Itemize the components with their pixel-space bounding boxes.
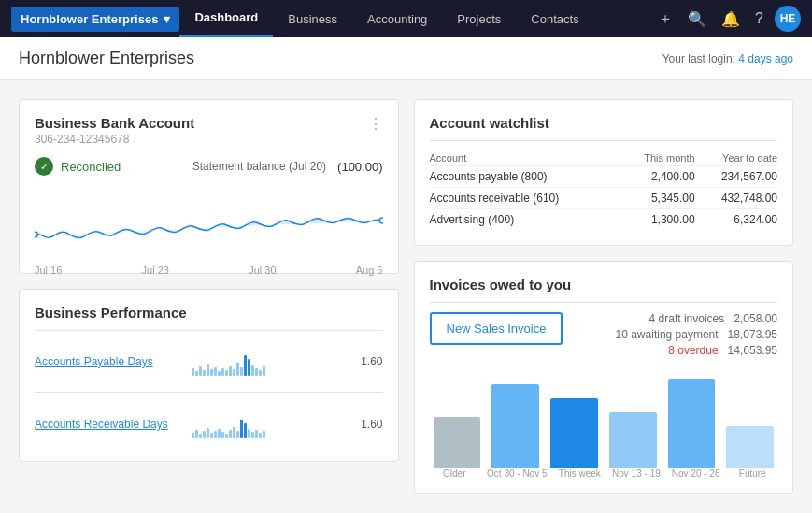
bank-account-card: Business Bank Account 306-234-12345678 ⋮… — [19, 99, 399, 274]
perf-label-payable[interactable]: Accounts Payable Days — [35, 355, 184, 368]
bar-label-oct30: Oct 30 - Nov 5 — [487, 468, 547, 478]
watchlist-ytd-3: 6,324.00 — [695, 209, 777, 231]
bar-oct30-fill — [491, 384, 539, 468]
invoice-stat-overdue: 8 overdue 14,653.95 — [577, 344, 777, 357]
nav-item-contacts[interactable]: Contacts — [516, 0, 593, 37]
help-icon[interactable]: ? — [751, 7, 767, 31]
plus-icon[interactable]: ＋ — [654, 6, 677, 33]
brand-button[interactable]: Hornblower Enterprises ▾ — [11, 7, 179, 32]
chart-label-2: Jul 23 — [142, 264, 169, 276]
bar-future — [726, 426, 774, 468]
stat-label-awaiting: 10 awaiting payment — [616, 328, 719, 341]
invoices-title: Invoices owed to you — [430, 277, 778, 292]
invoice-stats: 4 draft invoices 2,058.00 10 awaiting pa… — [577, 312, 777, 360]
bar-nov13 — [609, 412, 657, 468]
avatar[interactable]: HE — [775, 6, 801, 32]
svg-point-0 — [35, 232, 37, 237]
bar-nov20-fill — [668, 379, 716, 468]
watchlist-row-3: Advertising (400) 1,300.00 6,324.00 — [430, 209, 778, 231]
performance-title: Business Performance — [35, 305, 383, 321]
invoice-top: New Sales Invoice 4 draft invoices 2,058… — [430, 312, 778, 360]
reconciled-checkmark-icon: ✓ — [35, 157, 53, 176]
watchlist-table: Account This month Year to date Accounts… — [430, 150, 778, 230]
last-login-link[interactable]: 4 days ago — [738, 52, 793, 65]
watchlist-account-3: Advertising (400) — [430, 209, 620, 231]
bar-thisweek — [550, 398, 598, 468]
bar-nov13-fill — [609, 412, 657, 468]
perf-bars-payable — [192, 348, 348, 376]
invoices-bar-chart — [430, 375, 778, 468]
statement-label: Statement balance (Jul 20) — [192, 160, 326, 173]
bank-chart: Jul 16 Jul 23 Jul 30 Aug 6 — [35, 183, 383, 258]
bar-label-thisweek: This week — [559, 468, 602, 478]
bell-icon[interactable]: 🔔 — [718, 7, 744, 32]
brand-caret-icon: ▾ — [164, 12, 170, 26]
more-options-icon[interactable]: ⋮ — [368, 115, 383, 133]
perf-label-receivable[interactable]: Accounts Receivable Days — [35, 418, 184, 431]
watchlist-month-1: 2,400.00 — [620, 166, 695, 188]
stat-label-draft: 4 draft invoices — [649, 312, 725, 325]
chart-label-1: Jul 16 — [35, 264, 62, 276]
bank-account-title: Business Bank Account — [35, 115, 194, 131]
main-content: Business Bank Account 306-234-12345678 ⋮… — [0, 80, 812, 513]
bar-future-fill — [726, 426, 774, 468]
perf-row-receivable: Accounts Receivable Days — [35, 403, 383, 446]
nav-item-projects[interactable]: Projects — [442, 0, 516, 37]
nav-item-accounting[interactable]: Accounting — [352, 0, 442, 37]
bar-older-fill — [434, 417, 481, 468]
last-login-label: Your last login: — [662, 52, 735, 65]
bar-oct30 — [491, 384, 539, 468]
page-header: Hornblower Enterprises Your last login: … — [0, 37, 812, 80]
watchlist-title: Account watchlist — [430, 115, 778, 131]
perf-bars-receivable — [192, 410, 348, 438]
chart-labels: Jul 16 Jul 23 Jul 30 Aug 6 — [35, 264, 383, 276]
new-invoice-button[interactable]: New Sales Invoice — [430, 312, 563, 345]
invoice-stat-awaiting: 10 awaiting payment 18,073.95 — [577, 328, 777, 341]
stat-label-overdue: 8 overdue — [668, 344, 718, 357]
nav-item-business[interactable]: Business — [273, 0, 352, 37]
watchlist-month-3: 1,300.00 — [620, 209, 695, 231]
watchlist-account-2: Accounts receivable (610) — [430, 188, 620, 209]
perf-value-receivable: 1.60 — [355, 418, 383, 431]
stat-value-overdue: 14,653.95 — [728, 344, 777, 357]
business-performance-card: Business Performance Accounts Payable Da… — [19, 289, 399, 462]
watchlist-row-2: Accounts receivable (610) 5,345.00 432,7… — [430, 188, 778, 209]
last-login: Your last login: 4 days ago — [662, 52, 793, 65]
watchlist-ytd-2: 432,748.00 — [695, 188, 777, 209]
nav-right: ＋ 🔍 🔔 ? HE — [654, 6, 801, 33]
bar-label-older: Older — [434, 468, 477, 478]
page-title: Hornblower Enterprises — [19, 49, 194, 68]
bar-chart-labels: Older Oct 30 - Nov 5 This week Nov 13 - … — [430, 468, 778, 478]
nav-items: Dashboard Business Accounting Projects C… — [179, 0, 654, 37]
stat-value-awaiting: 18,073.95 — [728, 328, 777, 341]
bar-label-nov13: Nov 13 - 19 — [612, 468, 661, 478]
col-this-month: This month — [620, 150, 695, 166]
reconciled-label: Reconciled — [61, 160, 121, 174]
balance-amount: (100.00) — [337, 160, 382, 174]
invoice-stat-draft: 4 draft invoices 2,058.00 — [577, 312, 777, 325]
account-watchlist-card: Account watchlist Account This month Yea… — [414, 99, 794, 246]
watchlist-row-1: Accounts payable (800) 2,400.00 234,567.… — [430, 166, 778, 188]
watchlist-ytd-1: 234,567.00 — [695, 166, 777, 188]
watchlist-month-2: 5,345.00 — [620, 188, 695, 209]
invoices-card: Invoices owed to you New Sales Invoice 4… — [414, 261, 794, 494]
bar-label-nov20: Nov 20 - 26 — [672, 468, 720, 478]
col-account: Account — [430, 150, 620, 166]
stat-value-draft: 2,058.00 — [734, 312, 777, 325]
navigation: Hornblower Enterprises ▾ Dashboard Busin… — [0, 0, 812, 37]
watchlist-account-1: Accounts payable (800) — [430, 166, 620, 188]
invoices-bar-chart-wrapper: Older Oct 30 - Nov 5 This week Nov 13 - … — [430, 375, 778, 478]
perf-value-payable: 1.60 — [355, 355, 383, 368]
nav-item-dashboard[interactable]: Dashboard — [179, 0, 273, 37]
perf-row-payable: Accounts Payable Days — [35, 340, 383, 383]
bar-older — [434, 417, 481, 468]
bar-thisweek-fill — [550, 398, 598, 468]
svg-point-1 — [379, 218, 382, 223]
bar-label-future: Future — [731, 468, 774, 478]
bank-account-number: 306-234-12345678 — [35, 133, 194, 146]
col-year-to-date: Year to date — [695, 150, 777, 166]
bar-nov20 — [668, 379, 716, 468]
search-icon[interactable]: 🔍 — [684, 7, 710, 32]
brand-label: Hornblower Enterprises — [21, 12, 158, 26]
chart-label-3: Jul 30 — [249, 264, 276, 276]
